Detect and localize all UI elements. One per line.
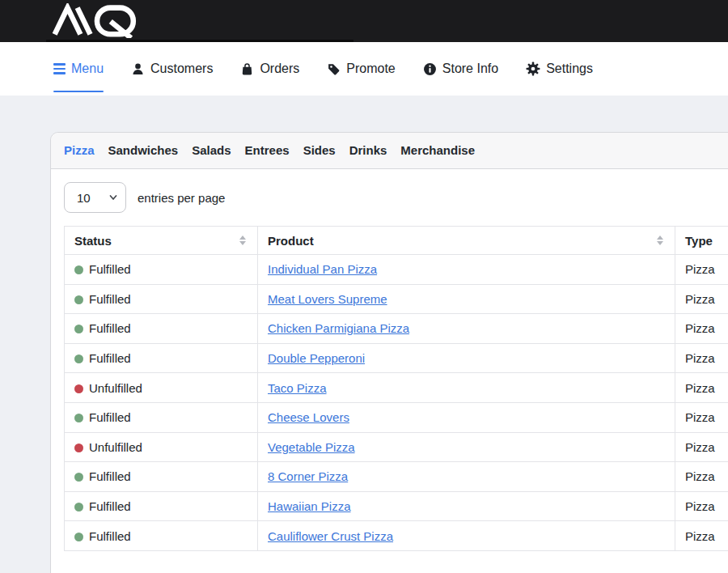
type-cell: Pizza bbox=[675, 314, 728, 344]
type-label: Pizza bbox=[685, 440, 715, 454]
status-dot-icon bbox=[74, 473, 83, 482]
person-icon bbox=[131, 62, 145, 76]
status-dot-icon bbox=[74, 414, 83, 422]
column-label: Type bbox=[685, 234, 713, 248]
table-row: Fulfilled Cheese Lovers Pizza bbox=[65, 402, 728, 432]
type-label: Pizza bbox=[685, 292, 715, 306]
status-label: Unfulfilled bbox=[89, 381, 142, 395]
tab-entrees[interactable]: Entrees bbox=[245, 142, 290, 159]
table-row: Fulfilled Double Pepperoni Pizza bbox=[65, 343, 728, 373]
type-label: Pizza bbox=[685, 381, 715, 395]
nav-label: Menu bbox=[71, 62, 104, 76]
nav-item-settings[interactable]: Settings bbox=[526, 42, 593, 96]
column-header-type[interactable]: Type bbox=[675, 227, 728, 255]
product-link[interactable]: Individual Pan Pizza bbox=[268, 262, 377, 276]
status-cell: Unfulfilled bbox=[65, 432, 258, 462]
product-cell: Individual Pan Pizza bbox=[258, 255, 675, 285]
product-link[interactable]: 8 Corner Pizza bbox=[268, 469, 348, 483]
product-cell: 8 Corner Pizza bbox=[258, 462, 675, 492]
nav-label: Settings bbox=[546, 62, 593, 76]
nav-label: Customers bbox=[150, 62, 213, 76]
status-label: Fulfilled bbox=[89, 469, 131, 483]
tag-icon bbox=[327, 62, 341, 76]
card-body: 10 entries per page Status Product bbox=[51, 169, 728, 573]
status-cell: Unfulfilled bbox=[65, 373, 258, 403]
page-size-control: 10 entries per page bbox=[64, 182, 728, 213]
table-header-row: Status Product Type bbox=[65, 227, 728, 255]
table-row: Unfulfilled Taco Pizza Pizza bbox=[65, 373, 728, 403]
product-cell: Vegetable Pizza bbox=[258, 432, 675, 462]
table-row: Fulfilled Cauliflower Crust Pizza Pizza bbox=[65, 521, 728, 551]
tab-salads[interactable]: Salads bbox=[192, 142, 231, 159]
table-row: Unfulfilled Vegetable Pizza Pizza bbox=[65, 432, 728, 462]
nav-item-orders[interactable]: Orders bbox=[240, 42, 299, 96]
type-label: Pizza bbox=[685, 262, 715, 276]
type-cell: Pizza bbox=[675, 343, 728, 373]
status-label: Fulfilled bbox=[89, 410, 131, 424]
product-cell: Taco Pizza bbox=[258, 373, 675, 403]
nav-item-customers[interactable]: Customers bbox=[131, 42, 213, 96]
product-cell: Hawaiian Pizza bbox=[258, 491, 675, 521]
status-cell: Fulfilled bbox=[65, 314, 258, 344]
column-label: Status bbox=[74, 234, 112, 248]
type-cell: Pizza bbox=[675, 255, 728, 285]
tab-drinks[interactable]: Drinks bbox=[349, 142, 387, 159]
nav-item-store-info[interactable]: Store Info bbox=[423, 42, 498, 96]
product-link[interactable]: Taco Pizza bbox=[268, 381, 327, 395]
status-dot-icon bbox=[74, 533, 83, 541]
type-cell: Pizza bbox=[675, 284, 728, 314]
table-row: Fulfilled Hawaiian Pizza Pizza bbox=[65, 491, 728, 521]
product-link[interactable]: Cheese Lovers bbox=[268, 410, 349, 424]
tab-merchandise[interactable]: Merchandise bbox=[400, 142, 475, 159]
column-header-product[interactable]: Product bbox=[258, 227, 675, 255]
product-link[interactable]: Vegetable Pizza bbox=[268, 440, 355, 454]
column-header-status[interactable]: Status bbox=[65, 227, 258, 255]
product-link[interactable]: Meat Lovers Supreme bbox=[268, 292, 387, 306]
tab-pizza[interactable]: Pizza bbox=[64, 142, 95, 159]
products-table: Status Product Type Fulfilled bbox=[64, 226, 728, 551]
table-row: Fulfilled 8 Corner Pizza Pizza bbox=[65, 462, 728, 492]
product-link[interactable]: Cauliflower Crust Pizza bbox=[268, 529, 393, 543]
status-dot-icon bbox=[74, 265, 83, 274]
main-nav: Menu Customers Orders Promote Store Info bbox=[0, 42, 728, 96]
status-label: Fulfilled bbox=[89, 351, 131, 365]
hamburger-icon bbox=[53, 63, 66, 74]
shopping-bag-icon bbox=[240, 62, 254, 76]
status-label: Fulfilled bbox=[89, 499, 131, 513]
page-size-select[interactable]: 10 bbox=[64, 182, 126, 213]
type-cell: Pizza bbox=[675, 373, 728, 403]
product-link[interactable]: Hawaiian Pizza bbox=[268, 499, 351, 513]
status-cell: Fulfilled bbox=[65, 402, 258, 432]
nav-label: Orders bbox=[260, 62, 299, 76]
type-cell: Pizza bbox=[675, 462, 728, 492]
sort-icon[interactable] bbox=[657, 236, 663, 245]
tab-sides[interactable]: Sides bbox=[303, 142, 336, 159]
nav-item-promote[interactable]: Promote bbox=[327, 42, 395, 96]
status-dot-icon bbox=[74, 444, 83, 452]
info-icon bbox=[423, 62, 437, 76]
status-cell: Fulfilled bbox=[65, 462, 258, 492]
sort-icon[interactable] bbox=[239, 236, 246, 245]
nav-item-menu[interactable]: Menu bbox=[53, 42, 104, 96]
product-cell: Chicken Parmigiana Pizza bbox=[258, 314, 675, 344]
entries-per-page-label: entries per page bbox=[138, 191, 225, 205]
table-row: Fulfilled Chicken Parmigiana Pizza Pizza bbox=[65, 314, 728, 344]
status-cell: Fulfilled bbox=[65, 491, 258, 521]
product-cell: Cheese Lovers bbox=[258, 402, 675, 432]
category-tabs: Pizza Sandwiches Salads Entrees Sides Dr… bbox=[51, 133, 728, 169]
type-cell: Pizza bbox=[675, 402, 728, 432]
tab-sandwiches[interactable]: Sandwiches bbox=[108, 142, 179, 159]
product-link[interactable]: Double Pepperoni bbox=[268, 351, 365, 365]
type-label: Pizza bbox=[685, 529, 715, 543]
nav-label: Promote bbox=[346, 62, 395, 76]
type-label: Pizza bbox=[685, 410, 715, 424]
product-link[interactable]: Chicken Parmigiana Pizza bbox=[268, 321, 409, 335]
brand-logo-icon[interactable] bbox=[50, 3, 139, 38]
status-dot-icon bbox=[74, 503, 83, 511]
status-dot-icon bbox=[74, 325, 83, 333]
type-label: Pizza bbox=[685, 321, 715, 335]
product-cell: Double Pepperoni bbox=[258, 343, 675, 373]
status-cell: Fulfilled bbox=[65, 284, 258, 314]
type-label: Pizza bbox=[685, 469, 715, 483]
type-cell: Pizza bbox=[675, 432, 728, 462]
